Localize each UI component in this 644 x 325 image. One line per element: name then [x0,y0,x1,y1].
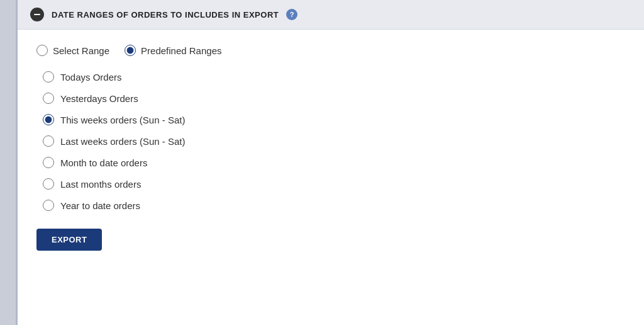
year-to-date-radio[interactable] [43,200,54,211]
month-to-date-option[interactable]: Month to date orders [43,157,625,168]
select-range-option[interactable]: Select Range [36,45,109,56]
month-to-date-radio[interactable] [43,157,54,168]
last-months-orders-label: Last months orders [60,179,141,190]
yesterdays-orders-radio[interactable] [43,93,54,104]
section-title: DATE RANGES OF ORDERS TO INCLUDES IN EXP… [52,10,279,20]
yesterdays-orders-option[interactable]: Yesterdays Orders [43,93,625,104]
left-sidebar [0,0,18,325]
predefined-ranges-label: Predefined Ranges [141,45,221,56]
this-weeks-orders-label: This weeks orders (Sun - Sat) [60,115,185,125]
year-to-date-option[interactable]: Year to date orders [43,200,625,211]
month-to-date-label: Month to date orders [60,157,147,168]
predefined-list: Todays Orders Yesterdays Orders This wee… [43,71,625,211]
range-type-row: Select Range Predefined Ranges [36,45,625,56]
export-button[interactable]: EXPORT [36,229,102,251]
select-range-label: Select Range [53,45,109,56]
last-weeks-orders-label: Last weeks orders (Sun - Sat) [60,136,185,147]
select-range-radio[interactable] [36,45,48,56]
last-weeks-orders-radio[interactable] [43,135,54,147]
last-weeks-orders-option[interactable]: Last weeks orders (Sun - Sat) [43,135,625,147]
yesterdays-orders-label: Yesterdays Orders [60,93,138,104]
predefined-ranges-option[interactable]: Predefined Ranges [125,45,221,56]
section-header: DATE RANGES OF ORDERS TO INCLUDES IN EXP… [18,0,644,30]
last-months-orders-option[interactable]: Last months orders [43,178,625,190]
todays-orders-option[interactable]: Todays Orders [43,71,625,83]
todays-orders-label: Todays Orders [60,72,122,83]
last-months-orders-radio[interactable] [43,178,54,190]
predefined-ranges-radio[interactable] [125,45,136,56]
this-weeks-orders-option[interactable]: This weeks orders (Sun - Sat) [43,114,625,125]
section-content: Select Range Predefined Ranges Todays Or… [18,30,644,325]
year-to-date-label: Year to date orders [60,200,140,211]
help-icon[interactable]: ? [286,9,297,20]
this-weeks-orders-radio[interactable] [43,114,54,125]
collapse-icon[interactable] [30,8,44,21]
main-area: DATE RANGES OF ORDERS TO INCLUDES IN EXP… [18,0,644,325]
todays-orders-radio[interactable] [43,71,54,83]
